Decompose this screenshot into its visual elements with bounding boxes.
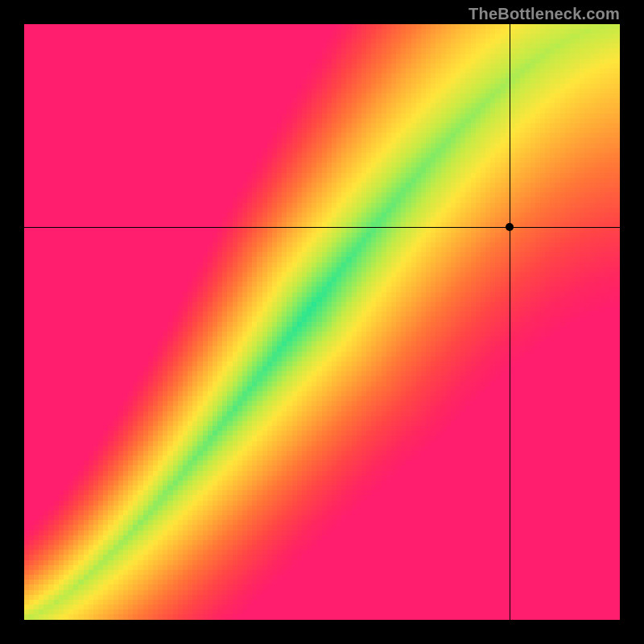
plot-area bbox=[24, 24, 620, 620]
crosshair-vertical bbox=[510, 24, 510, 620]
watermark-text: TheBottleneck.com bbox=[469, 5, 620, 23]
chart-container: TheBottleneck.com bbox=[0, 0, 644, 644]
heatmap-canvas bbox=[24, 24, 620, 620]
crosshair-horizontal bbox=[24, 227, 620, 228]
marker-dot bbox=[506, 223, 514, 231]
